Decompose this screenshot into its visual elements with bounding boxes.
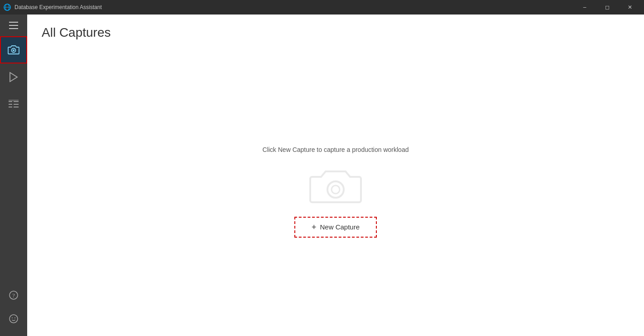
camera-illustration xyxy=(308,162,363,208)
smiley-icon xyxy=(9,314,18,323)
minimize-button[interactable]: – xyxy=(574,0,595,15)
title-bar: Database Experimentation Assistant – ◻ ✕ xyxy=(0,0,644,15)
close-button[interactable]: ✕ xyxy=(620,0,640,15)
svg-marker-8 xyxy=(10,73,17,82)
page-title: All Captures xyxy=(42,25,630,40)
new-capture-label: New Capture xyxy=(320,223,360,231)
svg-point-18 xyxy=(10,315,18,323)
app-icon xyxy=(4,4,11,11)
sidebar-item-capture[interactable] xyxy=(0,36,27,63)
sidebar-item-feedback[interactable] xyxy=(0,307,27,331)
hamburger-icon xyxy=(9,22,18,29)
svg-rect-5 xyxy=(9,28,18,29)
title-bar-left: Database Experimentation Assistant xyxy=(4,4,102,11)
svg-point-20 xyxy=(14,317,15,318)
svg-text:?: ? xyxy=(12,292,15,299)
sidebar-nav xyxy=(0,36,27,283)
sidebar-item-replay[interactable] xyxy=(0,63,27,91)
new-capture-button[interactable]: + New Capture xyxy=(294,217,377,238)
svg-rect-3 xyxy=(9,22,18,23)
empty-state-text: Click New Capture to capture a productio… xyxy=(263,146,409,153)
sidebar-bottom: ? xyxy=(0,283,27,336)
hamburger-menu-button[interactable] xyxy=(0,15,27,36)
camera-icon xyxy=(8,45,19,55)
sidebar-item-help[interactable]: ? xyxy=(0,283,27,307)
svg-point-7 xyxy=(13,49,14,51)
play-icon xyxy=(9,72,18,83)
content-header: All Captures xyxy=(27,15,644,47)
svg-rect-4 xyxy=(9,25,18,26)
content-area: All Captures Click New Capture to captur… xyxy=(27,15,644,336)
svg-point-22 xyxy=(332,185,340,194)
svg-point-19 xyxy=(12,317,13,318)
main-layout: ? All Captures Click New Capture to capt… xyxy=(0,15,644,336)
app-title: Database Experimentation Assistant xyxy=(14,4,102,10)
list-icon xyxy=(9,100,19,109)
sidebar: ? xyxy=(0,15,27,336)
help-icon: ? xyxy=(9,291,18,300)
svg-point-21 xyxy=(327,181,344,198)
sidebar-item-analysis[interactable] xyxy=(0,91,27,118)
content-main: Click New Capture to capture a productio… xyxy=(27,47,644,336)
maximize-button[interactable]: ◻ xyxy=(597,0,618,15)
window-controls: – ◻ ✕ xyxy=(574,0,640,15)
plus-icon: + xyxy=(312,223,317,231)
